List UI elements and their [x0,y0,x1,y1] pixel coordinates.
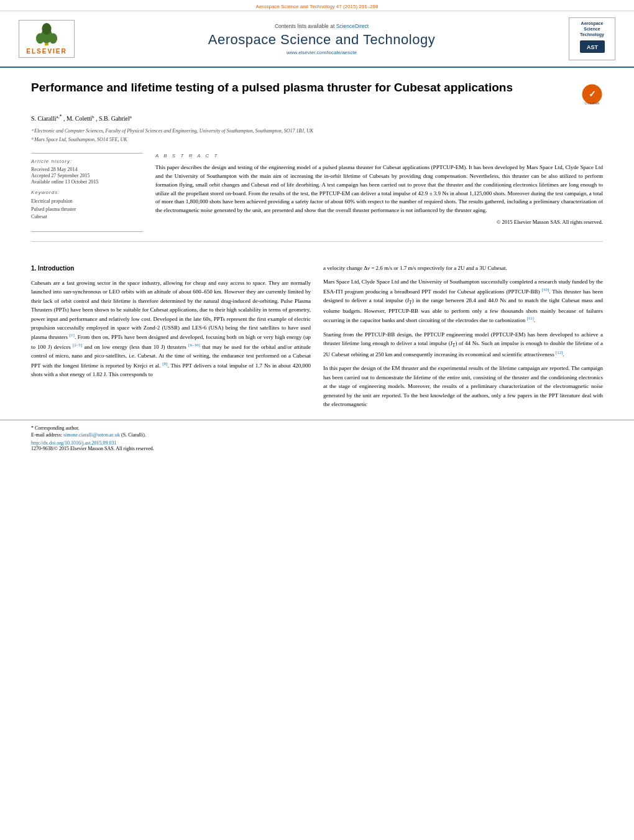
corresponding-author-note: * Corresponding author. [31,425,603,431]
accepted-date: Accepted 27 September 2015 [31,173,143,178]
section-1-heading: 1. Introduction [31,264,311,274]
ref-11[interactable]: [11] [526,316,533,321]
ref-12[interactable]: [12] [556,350,563,355]
keyword-1: Electrical propulsion [31,198,143,206]
article-info-abstract-row: Article history: Received 28 May 2014 Ac… [31,153,603,232]
ref-6-10[interactable]: [6–10] [188,343,200,348]
journal-logo-box: Aerospace Science Technology AST [569,17,615,60]
keywords-heading: Keywords: [31,190,143,195]
svg-point-3 [49,33,57,44]
intro-para-1: Cubesats are a fast growing sector in th… [31,279,311,379]
svg-text:✓: ✓ [589,89,596,99]
intro-para-1-cont: a velocity change Δv = 2.6 m/s or 1.7 m/… [323,264,603,272]
keyword-2: Pulsed plasma thruster [31,206,143,214]
elsevier-logo-area: ELSEVIER [19,20,75,58]
issn-line: 1270-9638/© 2015 Elsevier Masson SAS. Al… [31,446,603,451]
contents-available-line: Contents lists available at ScienceDirec… [75,23,569,29]
ref-1[interactable]: [1] [70,333,75,338]
keywords-list: Electrical propulsion Pulsed plasma thru… [31,198,143,221]
article-history-section: Article history: Received 28 May 2014 Ac… [31,159,143,185]
copyright-line: © 2015 Elsevier Masson SAS. All rights r… [155,219,603,225]
keywords-section: Keywords: Electrical propulsion Pulsed p… [31,190,143,221]
affiliation-b: ᵇ Mars Space Ltd, Southampton, SO14 5FE,… [31,136,603,144]
email-note: E-mail address: simone.ciaralli@soton.ac… [31,432,603,438]
journal-header: ELSEVIER Contents lists available at Sci… [0,11,634,68]
abstract-heading: A B S T R A C T [155,153,603,159]
intro-para-4: In this paper the design of the EM thrus… [323,364,603,408]
journal-url: www.elsevier.com/locate/aescte [75,50,569,55]
body-col-right: a velocity change Δv = 2.6 m/s or 1.7 m/… [323,264,603,413]
journal-header-center: Contents lists available at ScienceDirec… [75,23,569,55]
article-info-col: Article history: Received 28 May 2014 Ac… [31,153,143,232]
crossmark-badge: ✓ CrossMark [581,83,603,106]
footnote-area: * Corresponding author. E-mail address: … [0,420,634,455]
intro-para-3: Starting from the PPTCUP-BB design, the … [323,330,603,359]
elsevier-tree-icon [31,23,62,47]
article-info-box: Article history: Received 28 May 2014 Ac… [31,153,143,232]
svg-text:CrossMark: CrossMark [584,101,600,105]
ref-10[interactable]: [10] [542,287,549,292]
body-col-left: 1. Introduction Cubesats are a fast grow… [31,264,311,413]
intro-para-2: Mars Space Ltd, Clyde Space Ltd and the … [323,277,603,325]
page: Aerospace Science and Technology 47 (201… [0,0,634,840]
article-authors: S. Ciarallia,* , M. Colettib , S.B. Gabr… [31,114,603,122]
keyword-3: Cubesat [31,213,143,221]
abstract-text: This paper describes the design and test… [155,164,603,216]
article-title: Performance and lifetime testing of a pu… [31,80,575,96]
elsevier-wordmark: ELSEVIER [26,48,67,55]
journal-title-header: Aerospace Science and Technology [75,32,569,48]
abstract-col: A B S T R A C T This paper describes the… [155,153,603,232]
received-date: Received 28 May 2014 [31,167,143,172]
elsevier-box: ELSEVIER [19,20,75,58]
ref-2-5[interactable]: [2–5] [73,343,82,348]
article-content: Performance and lifetime testing of a pu… [0,68,634,264]
svg-text:AST: AST [587,44,599,50]
crossmark-icon: ✓ CrossMark [581,83,603,105]
svg-point-4 [42,23,51,35]
history-heading: Article history: [31,159,143,164]
doi-link[interactable]: http://dx.doi.org/10.1016/j.ast.2015.09.… [31,440,603,446]
journal-logo-right: Aerospace Science Technology AST [569,17,615,60]
author-email[interactable]: simone.ciaralli@soton.ac.uk [63,432,120,438]
journal-logo-icon: AST [577,37,608,56]
available-online: Available online 13 October 2015 [31,179,143,185]
affiliation-a: ᵃ Electronic and Computer Sciences, Facu… [31,127,603,135]
journal-top-bar: Aerospace Science and Technology 47 (201… [0,0,634,11]
affiliations: ᵃ Electronic and Computer Sciences, Facu… [31,127,603,144]
ref-8[interactable]: [8] [162,361,167,366]
svg-point-2 [36,33,44,44]
section-divider [31,241,603,242]
body-text-area: 1. Introduction Cubesats are a fast grow… [0,264,634,413]
article-title-row: Performance and lifetime testing of a pu… [31,80,603,106]
sciencedirect-link[interactable]: ScienceDirect [336,23,369,29]
journal-citation: Aerospace Science and Technology 47 (201… [256,4,379,9]
